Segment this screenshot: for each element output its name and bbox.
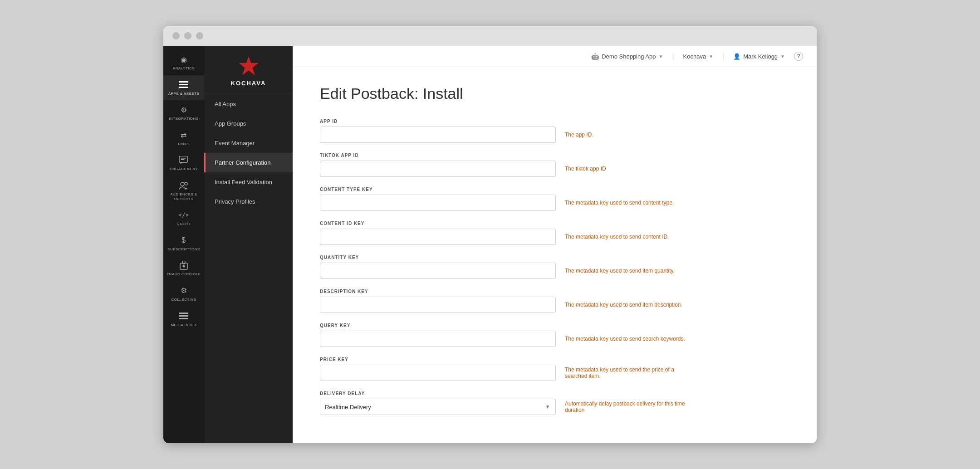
org-chevron-icon: ▼ <box>709 54 713 59</box>
help-button[interactable]: ? <box>794 52 803 61</box>
page-content: Edit Postback: Install APP ID The app ID… <box>293 67 817 443</box>
sidebar-item-audiences-label: AUDIENCES & REPORTS <box>163 192 204 201</box>
sidebar-item-analytics[interactable]: ◉ ANALYTICS <box>163 50 204 75</box>
collective-icon: ⚙ <box>179 286 189 296</box>
description-key-hint: The metadata key used to send item descr… <box>565 302 692 308</box>
main-area: 🤖 Demo Shopping App ▼ | Kochava ▼ | 👤 Ma… <box>293 46 817 443</box>
tiktok-app-id-input[interactable] <box>320 161 556 177</box>
field-label-query-key: QUERY KEY <box>320 323 692 328</box>
sidebar-item-subscriptions[interactable]: $ SUBSCRIPTIONS <box>163 231 204 256</box>
user-icon: 👤 <box>733 53 740 60</box>
svg-point-7 <box>185 182 187 185</box>
user-name: Mark Kellogg <box>743 53 778 60</box>
delivery-delay-select[interactable]: Realtime Delivery 1 Hour 6 Hours 24 Hour… <box>320 399 556 415</box>
content-id-key-hint: The metadata key used to send content ID… <box>565 234 692 240</box>
nav-item-privacy-profiles[interactable]: Privacy Profiles <box>204 192 293 211</box>
browser-chrome <box>163 26 817 46</box>
browser-window: ◉ ANALYTICS APPS & ASSETS ⚙ INTEGRATIONS… <box>163 26 817 443</box>
fraud-console-icon <box>179 260 189 270</box>
nav-item-app-groups[interactable]: App Groups <box>204 114 293 133</box>
nav-item-install-feed-validation[interactable]: Install Feed Validation <box>204 172 293 192</box>
nav-item-event-manager[interactable]: Event Manager <box>204 133 293 153</box>
svg-rect-1 <box>179 84 188 85</box>
app-id-hint: The app ID. <box>565 132 692 138</box>
query-key-input[interactable] <box>320 331 556 347</box>
secondary-sidebar: KOCHAVA All Apps App Groups Event Manage… <box>204 46 293 443</box>
field-row-quantity-key: The metadata key used to send item quant… <box>320 263 692 279</box>
sidebar-item-query-label: QUERY <box>177 222 191 226</box>
integrations-icon: ⚙ <box>179 105 189 115</box>
sidebar-item-engagement-label: ENGAGEMENT <box>170 167 198 171</box>
browser-content: ◉ ANALYTICS APPS & ASSETS ⚙ INTEGRATIONS… <box>163 46 817 443</box>
svg-rect-13 <box>179 318 188 319</box>
page-title: Edit Postback: Install <box>320 85 789 103</box>
quantity-key-hint: The metadata key used to send item quant… <box>565 268 692 274</box>
content-type-key-hint: The metadata key used to send content ty… <box>565 200 692 206</box>
sidebar-item-collective[interactable]: ⚙ COLLECTIVE <box>163 281 204 307</box>
field-row-content-id-key: The metadata key used to send content ID… <box>320 229 692 245</box>
svg-rect-0 <box>179 81 188 83</box>
app-name: Demo Shopping App <box>602 53 656 60</box>
sidebar-item-media-index[interactable]: MEDIA INDEX <box>163 307 204 332</box>
sidebar-item-apps-assets[interactable]: APPS & ASSETS <box>163 75 204 101</box>
field-label-description-key: DESCRIPTION KEY <box>320 289 692 294</box>
links-icon: ⇄ <box>179 130 189 140</box>
help-icon: ? <box>794 52 803 61</box>
app-chevron-icon: ▼ <box>659 54 663 59</box>
app-id-input[interactable] <box>320 127 556 143</box>
sidebar-item-query[interactable]: </> QUERY <box>163 205 204 231</box>
form-row-tiktok-app-id: TIKTOK APP ID The tiktok app ID <box>320 153 692 177</box>
analytics-icon: ◉ <box>179 54 189 64</box>
svg-rect-2 <box>179 87 188 88</box>
form-row-app-id: APP ID The app ID. <box>320 119 692 143</box>
top-header: 🤖 Demo Shopping App ▼ | Kochava ▼ | 👤 Ma… <box>293 46 817 67</box>
browser-dot-1 <box>172 32 180 39</box>
sidebar-item-engagement[interactable]: ENGAGEMENT <box>163 151 204 176</box>
delivery-delay-wrapper: Realtime Delivery 1 Hour 6 Hours 24 Hour… <box>320 399 556 415</box>
header-divider-2: | <box>722 52 724 60</box>
form-row-quantity-key: QUANTITY KEY The metadata key used to se… <box>320 255 692 279</box>
android-icon: 🤖 <box>591 53 599 60</box>
sidebar-item-analytics-label: ANALYTICS <box>173 66 195 71</box>
field-label-content-id-key: CONTENT ID KEY <box>320 221 692 226</box>
content-type-key-input[interactable] <box>320 195 556 211</box>
sidebar-item-integrations-label: INTEGRATIONS <box>169 117 198 121</box>
field-row-tiktok-app-id: The tiktok app ID <box>320 161 692 177</box>
icon-sidebar: ◉ ANALYTICS APPS & ASSETS ⚙ INTEGRATIONS… <box>163 46 204 443</box>
field-row-query-key: The metadata key used to send search key… <box>320 331 692 347</box>
user-selector[interactable]: 👤 Mark Kellogg ▼ <box>733 53 785 60</box>
svg-rect-10 <box>182 261 185 264</box>
query-key-hint: The metadata key used to send search key… <box>565 336 692 342</box>
form-row-content-type-key: CONTENT TYPE KEY The metadata key used t… <box>320 187 692 211</box>
app-selector[interactable]: 🤖 Demo Shopping App ▼ <box>591 53 663 60</box>
description-key-input[interactable] <box>320 297 556 313</box>
nav-item-all-apps[interactable]: All Apps <box>204 94 293 114</box>
content-id-key-input[interactable] <box>320 229 556 245</box>
sidebar-item-links[interactable]: ⇄ LINKS <box>163 126 204 151</box>
field-row-delivery-delay: Realtime Delivery 1 Hour 6 Hours 24 Hour… <box>320 399 692 415</box>
sidebar-item-fraud-label: FRAUD CONSOLE <box>167 272 201 277</box>
form-row-query-key: QUERY KEY The metadata key used to send … <box>320 323 692 347</box>
field-row-content-type-key: The metadata key used to send content ty… <box>320 195 692 211</box>
quantity-key-input[interactable] <box>320 263 556 279</box>
sidebar-item-collective-label: COLLECTIVE <box>172 298 196 302</box>
query-icon: </> <box>179 210 189 220</box>
kochava-logo-text: KOCHAVA <box>231 80 266 87</box>
sidebar-item-apps-label: APPS & ASSETS <box>168 92 200 96</box>
svg-rect-5 <box>181 159 184 160</box>
sidebar-item-links-label: LINKS <box>178 142 190 147</box>
browser-dot-3 <box>196 32 203 39</box>
price-key-input[interactable] <box>320 365 556 381</box>
org-selector[interactable]: Kochava ▼ <box>683 53 714 60</box>
audiences-icon <box>179 181 189 191</box>
subscriptions-icon: $ <box>179 235 189 245</box>
field-label-tiktok-app-id: TIKTOK APP ID <box>320 153 692 158</box>
svg-rect-4 <box>181 158 186 159</box>
sidebar-item-integrations[interactable]: ⚙ INTEGRATIONS <box>163 100 204 126</box>
nav-item-partner-configuration[interactable]: Partner Configuration <box>204 153 293 172</box>
form-row-price-key: PRICE KEY The metadata key used to send … <box>320 357 692 381</box>
sidebar-item-audiences[interactable]: AUDIENCES & REPORTS <box>163 176 204 205</box>
svg-marker-14 <box>239 56 258 75</box>
sidebar-item-fraud-console[interactable]: FRAUD CONSOLE <box>163 256 204 281</box>
logo-area: KOCHAVA <box>204 46 293 94</box>
